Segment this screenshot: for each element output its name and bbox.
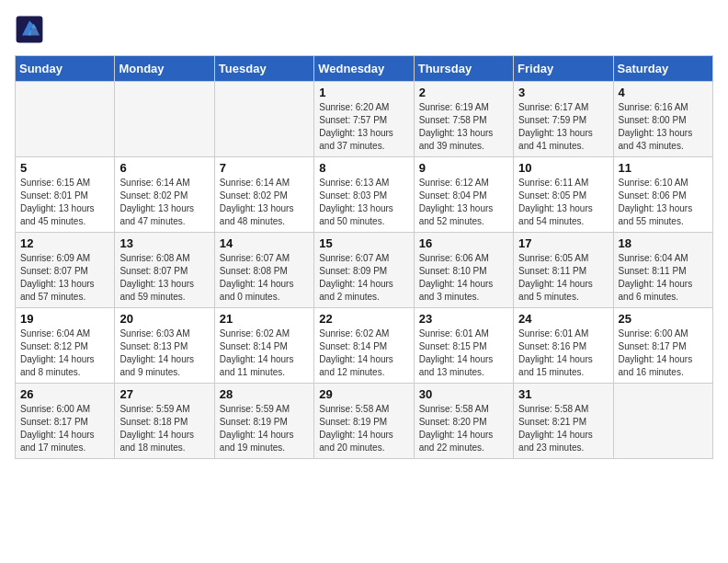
calendar-cell: 26Sunrise: 6:00 AMSunset: 8:17 PMDayligh… — [16, 384, 115, 459]
calendar-cell: 12Sunrise: 6:09 AMSunset: 8:07 PMDayligh… — [16, 233, 115, 308]
day-number: 27 — [119, 387, 209, 401]
calendar-cell: 4Sunrise: 6:16 AMSunset: 8:00 PMDaylight… — [613, 82, 712, 157]
cell-info: Sunrise: 6:07 AMSunset: 8:08 PMDaylight:… — [220, 252, 309, 304]
day-number: 1 — [319, 86, 408, 99]
day-number: 14 — [220, 236, 309, 250]
calendar-cell: 22Sunrise: 6:02 AMSunset: 8:14 PMDayligh… — [314, 308, 414, 384]
cell-info: Sunrise: 6:04 AMSunset: 8:12 PMDaylight:… — [20, 327, 109, 379]
day-number: 8 — [319, 161, 408, 175]
day-number: 18 — [619, 236, 708, 250]
calendar-table: SundayMondayTuesdayWednesdayThursdayFrid… — [15, 55, 713, 459]
cell-info: Sunrise: 6:11 AMSunset: 8:05 PMDaylight:… — [518, 177, 608, 228]
day-number: 17 — [518, 236, 608, 250]
cell-info: Sunrise: 6:12 AMSunset: 8:04 PMDaylight:… — [419, 177, 508, 228]
calendar-cell: 19Sunrise: 6:04 AMSunset: 8:12 PMDayligh… — [16, 308, 115, 384]
calendar-cell: 21Sunrise: 6:02 AMSunset: 8:14 PMDayligh… — [214, 308, 313, 384]
cell-info: Sunrise: 6:01 AMSunset: 8:15 PMDaylight:… — [419, 327, 508, 379]
cell-info: Sunrise: 6:02 AMSunset: 8:14 PMDaylight:… — [319, 327, 408, 379]
calendar-cell — [214, 82, 313, 157]
calendar-cell: 11Sunrise: 6:10 AMSunset: 8:06 PMDayligh… — [613, 157, 712, 233]
cell-info: Sunrise: 6:02 AMSunset: 8:14 PMDaylight:… — [220, 327, 309, 379]
cell-info: Sunrise: 6:01 AMSunset: 8:16 PMDaylight:… — [518, 327, 608, 379]
day-number: 20 — [119, 312, 209, 326]
day-number: 21 — [220, 312, 309, 326]
cell-info: Sunrise: 6:08 AMSunset: 8:07 PMDaylight:… — [119, 252, 209, 304]
cell-info: Sunrise: 6:05 AMSunset: 8:11 PMDaylight:… — [518, 252, 608, 304]
cell-info: Sunrise: 5:58 AMSunset: 8:19 PMDaylight:… — [319, 403, 408, 454]
calendar-cell: 27Sunrise: 5:59 AMSunset: 8:18 PMDayligh… — [115, 384, 214, 459]
cell-info: Sunrise: 6:03 AMSunset: 8:13 PMDaylight:… — [119, 327, 209, 379]
cell-info: Sunrise: 6:17 AMSunset: 7:59 PMDaylight:… — [518, 101, 608, 153]
day-number: 9 — [419, 161, 508, 175]
cell-info: Sunrise: 6:20 AMSunset: 7:57 PMDaylight:… — [319, 101, 408, 153]
cell-info: Sunrise: 6:15 AMSunset: 8:01 PMDaylight:… — [20, 177, 109, 228]
day-number: 19 — [20, 312, 109, 326]
day-number: 28 — [220, 387, 309, 401]
weekday-header: Thursday — [414, 56, 513, 82]
calendar-cell: 23Sunrise: 6:01 AMSunset: 8:15 PMDayligh… — [414, 308, 513, 384]
cell-info: Sunrise: 6:00 AMSunset: 8:17 PMDaylight:… — [619, 327, 708, 379]
day-number: 2 — [419, 86, 508, 99]
calendar-cell: 10Sunrise: 6:11 AMSunset: 8:05 PMDayligh… — [514, 157, 613, 233]
weekday-header: Monday — [115, 56, 214, 82]
day-number: 26 — [20, 387, 109, 401]
page-header — [15, 15, 713, 44]
day-number: 23 — [419, 312, 508, 326]
calendar-header: SundayMondayTuesdayWednesdayThursdayFrid… — [16, 56, 713, 82]
day-number: 22 — [319, 312, 408, 326]
cell-info: Sunrise: 5:58 AMSunset: 8:21 PMDaylight:… — [518, 403, 608, 454]
cell-info: Sunrise: 6:14 AMSunset: 8:02 PMDaylight:… — [220, 177, 309, 228]
day-number: 7 — [220, 161, 309, 175]
calendar-cell: 6Sunrise: 6:14 AMSunset: 8:02 PMDaylight… — [115, 157, 214, 233]
day-number: 24 — [518, 312, 608, 326]
logo-icon — [15, 15, 44, 44]
calendar-cell: 29Sunrise: 5:58 AMSunset: 8:19 PMDayligh… — [314, 384, 414, 459]
calendar-cell: 16Sunrise: 6:06 AMSunset: 8:10 PMDayligh… — [414, 233, 513, 308]
calendar-cell: 5Sunrise: 6:15 AMSunset: 8:01 PMDaylight… — [16, 157, 115, 233]
calendar-cell: 7Sunrise: 6:14 AMSunset: 8:02 PMDaylight… — [214, 157, 313, 233]
day-number: 13 — [119, 236, 209, 250]
day-number: 5 — [20, 161, 109, 175]
cell-info: Sunrise: 6:04 AMSunset: 8:11 PMDaylight:… — [619, 252, 708, 304]
cell-info: Sunrise: 5:59 AMSunset: 8:19 PMDaylight:… — [220, 403, 309, 454]
cell-info: Sunrise: 6:19 AMSunset: 7:58 PMDaylight:… — [419, 101, 508, 153]
cell-info: Sunrise: 6:00 AMSunset: 8:17 PMDaylight:… — [20, 403, 109, 454]
calendar-cell: 17Sunrise: 6:05 AMSunset: 8:11 PMDayligh… — [514, 233, 613, 308]
weekday-header: Friday — [514, 56, 613, 82]
cell-info: Sunrise: 5:58 AMSunset: 8:20 PMDaylight:… — [419, 403, 508, 454]
logo — [15, 15, 48, 44]
calendar-cell — [16, 82, 115, 157]
weekday-header: Wednesday — [314, 56, 414, 82]
cell-info: Sunrise: 6:14 AMSunset: 8:02 PMDaylight:… — [119, 177, 209, 228]
calendar-cell: 2Sunrise: 6:19 AMSunset: 7:58 PMDaylight… — [414, 82, 513, 157]
day-number: 10 — [518, 161, 608, 175]
calendar-cell: 3Sunrise: 6:17 AMSunset: 7:59 PMDaylight… — [514, 82, 613, 157]
cell-info: Sunrise: 6:09 AMSunset: 8:07 PMDaylight:… — [20, 252, 109, 304]
calendar-cell: 31Sunrise: 5:58 AMSunset: 8:21 PMDayligh… — [514, 384, 613, 459]
weekday-header: Sunday — [16, 56, 115, 82]
calendar-cell: 1Sunrise: 6:20 AMSunset: 7:57 PMDaylight… — [314, 82, 414, 157]
weekday-header: Tuesday — [214, 56, 313, 82]
calendar-cell: 18Sunrise: 6:04 AMSunset: 8:11 PMDayligh… — [613, 233, 712, 308]
calendar-cell: 28Sunrise: 5:59 AMSunset: 8:19 PMDayligh… — [214, 384, 313, 459]
calendar-cell: 8Sunrise: 6:13 AMSunset: 8:03 PMDaylight… — [314, 157, 414, 233]
day-number: 15 — [319, 236, 408, 250]
cell-info: Sunrise: 6:16 AMSunset: 8:00 PMDaylight:… — [619, 101, 708, 153]
calendar-cell: 14Sunrise: 6:07 AMSunset: 8:08 PMDayligh… — [214, 233, 313, 308]
day-number: 16 — [419, 236, 508, 250]
calendar-cell: 20Sunrise: 6:03 AMSunset: 8:13 PMDayligh… — [115, 308, 214, 384]
day-number: 31 — [518, 387, 608, 401]
cell-info: Sunrise: 6:13 AMSunset: 8:03 PMDaylight:… — [319, 177, 408, 228]
weekday-header: Saturday — [613, 56, 712, 82]
calendar-cell: 30Sunrise: 5:58 AMSunset: 8:20 PMDayligh… — [414, 384, 513, 459]
calendar-cell: 13Sunrise: 6:08 AMSunset: 8:07 PMDayligh… — [115, 233, 214, 308]
cell-info: Sunrise: 6:06 AMSunset: 8:10 PMDaylight:… — [419, 252, 508, 304]
calendar-cell — [613, 384, 712, 459]
calendar-cell: 9Sunrise: 6:12 AMSunset: 8:04 PMDaylight… — [414, 157, 513, 233]
cell-info: Sunrise: 6:10 AMSunset: 8:06 PMDaylight:… — [619, 177, 708, 228]
calendar-cell: 25Sunrise: 6:00 AMSunset: 8:17 PMDayligh… — [613, 308, 712, 384]
day-number: 25 — [619, 312, 708, 326]
calendar-cell: 24Sunrise: 6:01 AMSunset: 8:16 PMDayligh… — [514, 308, 613, 384]
calendar-cell: 15Sunrise: 6:07 AMSunset: 8:09 PMDayligh… — [314, 233, 414, 308]
day-number: 11 — [619, 161, 708, 175]
